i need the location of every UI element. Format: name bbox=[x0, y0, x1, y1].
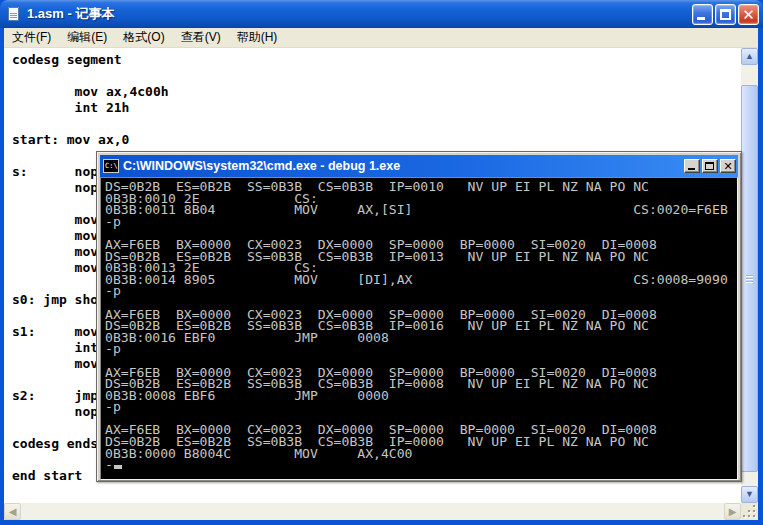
cmd-maximize-button[interactable] bbox=[702, 159, 718, 173]
close-icon: ✕ bbox=[721, 160, 735, 172]
maximize-icon bbox=[720, 9, 731, 20]
vertical-scrollbar-thumb[interactable] bbox=[741, 85, 758, 472]
chevron-down-icon: ▼ bbox=[745, 489, 754, 499]
cmd-minimize-button[interactable] bbox=[684, 159, 700, 173]
chevron-up-icon: ▲ bbox=[745, 51, 754, 61]
notepad-menubar: 文件(F) 编辑(E) 格式(O) 查看(V) 帮助(H) bbox=[4, 28, 758, 48]
cmd-window: C:\ C:\WINDOWS\system32\cmd.exe - debug … bbox=[96, 151, 742, 482]
chevron-left-icon: ◀ bbox=[9, 506, 17, 517]
cmd-titlebar[interactable]: C:\ C:\WINDOWS\system32\cmd.exe - debug … bbox=[100, 155, 738, 177]
scroll-down-button[interactable]: ▼ bbox=[741, 486, 758, 503]
scroll-left-button[interactable]: ◀ bbox=[4, 503, 21, 520]
resize-grip[interactable] bbox=[741, 503, 758, 520]
console-output[interactable]: DS=0B2B ES=0B2B SS=0B3B CS=0B3B IP=0010 … bbox=[100, 177, 738, 480]
minimize-icon bbox=[697, 17, 705, 20]
chevron-right-icon: ▶ bbox=[729, 506, 737, 517]
vertical-scrollbar[interactable]: ▲ ▼ bbox=[741, 48, 758, 503]
desktop-screen: 1.asm - 记事本 ✕ 文件(F) 编辑(E) 格式(O) 查看(V) 帮助… bbox=[0, 0, 763, 525]
menu-file[interactable]: 文件(F) bbox=[4, 27, 59, 48]
maximize-icon bbox=[705, 162, 714, 170]
close-button[interactable]: ✕ bbox=[738, 4, 759, 25]
menu-view[interactable]: 查看(V) bbox=[173, 27, 229, 48]
scroll-right-button[interactable]: ▶ bbox=[724, 503, 741, 520]
notepad-titlebar[interactable]: 1.asm - 记事本 ✕ bbox=[0, 0, 763, 28]
scroll-up-button[interactable]: ▲ bbox=[741, 48, 758, 65]
notepad-window-title: 1.asm - 记事本 bbox=[27, 5, 692, 23]
prompt-dash: - bbox=[105, 457, 113, 472]
minimize-icon bbox=[688, 168, 695, 170]
notepad-icon bbox=[6, 6, 22, 22]
cmd-icon: C:\ bbox=[103, 159, 119, 173]
minimize-button[interactable] bbox=[692, 4, 713, 25]
debug-output-text: DS=0B2B ES=0B2B SS=0B3B CS=0B3B IP=0010 … bbox=[101, 178, 737, 459]
menu-edit[interactable]: 编辑(E) bbox=[59, 27, 115, 48]
debug-prompt-line: - bbox=[101, 459, 737, 471]
maximize-button[interactable] bbox=[715, 4, 736, 25]
menu-format[interactable]: 格式(O) bbox=[115, 27, 172, 48]
close-icon: ✕ bbox=[739, 5, 758, 24]
menu-help[interactable]: 帮助(H) bbox=[229, 27, 286, 48]
horizontal-scrollbar[interactable]: ◀ ▶ bbox=[4, 503, 741, 520]
text-cursor bbox=[114, 465, 122, 469]
cmd-window-title: C:\WINDOWS\system32\cmd.exe - debug 1.ex… bbox=[123, 159, 684, 173]
cmd-close-button[interactable]: ✕ bbox=[720, 159, 736, 173]
